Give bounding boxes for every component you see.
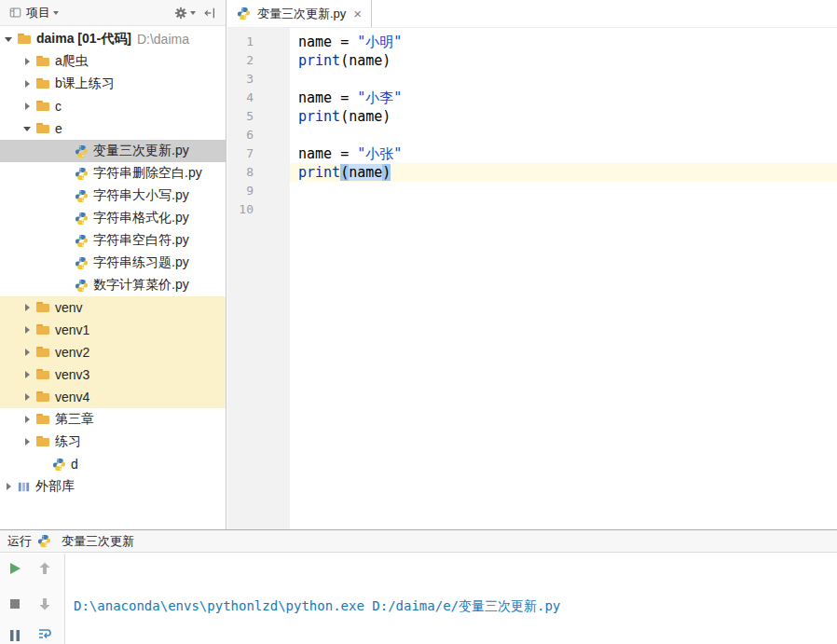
code-token: (: [340, 52, 349, 69]
chevron-down-icon[interactable]: [2, 32, 17, 47]
console-output[interactable]: D:\anaconda\envs\pythonlzd\python.exe D:…: [66, 554, 837, 644]
code-token: name: [298, 34, 332, 50]
tree-item[interactable]: d: [0, 453, 226, 475]
tree-item[interactable]: 练习: [0, 431, 226, 453]
python-file-icon: [75, 189, 89, 203]
code-line[interactable]: [290, 200, 837, 219]
matched-brace: ): [382, 164, 391, 181]
rerun-button[interactable]: [7, 561, 22, 576]
gear-dropdown-caret-icon: [190, 11, 196, 15]
code-line[interactable]: print(name): [290, 51, 837, 70]
chevron-right-icon[interactable]: [21, 434, 35, 449]
tree-item[interactable]: venv1: [0, 319, 226, 341]
chevron-right-icon[interactable]: [21, 54, 35, 69]
pause-button[interactable]: [7, 628, 22, 643]
tree-item-external-libraries[interactable]: 外部库: [0, 475, 226, 498]
project-view-icon: [9, 7, 21, 19]
code-token: name: [349, 52, 382, 69]
tree-item[interactable]: 字符串删除空白.py: [0, 162, 226, 185]
tree-item[interactable]: b课上练习: [0, 73, 226, 95]
tree-item[interactable]: e: [0, 117, 226, 140]
tree-item[interactable]: 第三章: [0, 408, 226, 431]
chevron-right-icon[interactable]: [21, 322, 35, 337]
tree-item-active-file[interactable]: 变量三次更新.py: [0, 140, 226, 162]
code-line[interactable]: name = "小李": [290, 89, 837, 107]
project-view-selector[interactable]: 项目: [7, 3, 61, 23]
tree-item-label: daima [01-代码]: [36, 31, 131, 48]
tree-item[interactable]: 数字计算菜价.py: [0, 274, 226, 296]
tree-item-path: D:\daima: [137, 32, 189, 47]
close-icon[interactable]: ×: [353, 7, 362, 21]
chevron-right-icon[interactable]: [21, 367, 35, 382]
settings-button[interactable]: [172, 5, 198, 21]
chevron-down-icon[interactable]: [21, 121, 35, 136]
stop-button[interactable]: [7, 596, 22, 611]
gear-icon: [174, 7, 187, 20]
tab-title: 变量三次更新.py: [257, 6, 346, 22]
code-line[interactable]: name = "小明": [290, 33, 837, 51]
project-panel-title: 项目: [26, 5, 50, 21]
chevron-right-icon[interactable]: [21, 99, 35, 114]
tree-item[interactable]: venv: [0, 296, 226, 319]
down-stacktrace-button[interactable]: [37, 596, 52, 611]
tree-item[interactable]: venv3: [0, 363, 226, 386]
hide-panel-button[interactable]: [201, 5, 218, 21]
run-toolbar: [0, 554, 65, 644]
tree-item[interactable]: 字符串格式化.py: [0, 207, 226, 229]
soft-wrap-button[interactable]: [37, 626, 52, 641]
code-token: ): [382, 52, 391, 69]
chevron-right-icon[interactable]: [21, 300, 35, 315]
folder-icon: [17, 32, 32, 47]
code-line[interactable]: name = "小张": [290, 144, 837, 163]
folder-icon: [35, 99, 50, 114]
code-line[interactable]: [290, 126, 837, 144]
tree-item[interactable]: venv2: [0, 341, 226, 363]
up-stacktrace-button[interactable]: [37, 561, 52, 576]
chevron-right-icon[interactable]: [2, 479, 17, 494]
chevron-right-icon[interactable]: [21, 390, 35, 404]
line-number: 4: [229, 89, 254, 107]
code-line[interactable]: [290, 182, 837, 200]
tree-item-label: 字符串空白符.py: [93, 232, 189, 249]
line-number: 3: [229, 70, 254, 89]
line-number: 10: [229, 200, 254, 219]
python-file-icon: [75, 144, 89, 158]
chevron-right-icon[interactable]: [21, 412, 35, 427]
project-tree: daima [01-代码] D:\daima a爬虫 b课上练习 c e: [0, 28, 226, 498]
folder-icon: [35, 412, 50, 427]
code-line[interactable]: print(name): [290, 107, 837, 126]
tree-item-label: 练习: [55, 433, 81, 450]
tree-item-label: c: [55, 99, 62, 114]
tree-item[interactable]: c: [0, 95, 226, 117]
chevron-right-icon[interactable]: [21, 345, 35, 360]
tree-item[interactable]: 字符串空白符.py: [0, 229, 226, 252]
code-line-caret[interactable]: print(name): [290, 163, 837, 182]
code-token-keyword: print: [298, 52, 340, 69]
code-area[interactable]: name = "小明" print(name) name = "小李" prin…: [290, 28, 837, 529]
editor-tab-active[interactable]: 变量三次更新.py ×: [227, 0, 372, 27]
code-token: ): [382, 108, 391, 125]
tree-item-root[interactable]: daima [01-代码] D:\daima: [0, 28, 226, 50]
folder-icon: [35, 390, 50, 404]
chevron-placeholder: [37, 457, 52, 472]
soft-wrap-icon: [37, 626, 52, 641]
tree-item[interactable]: a爬虫: [0, 50, 226, 73]
python-file-icon: [237, 7, 251, 21]
tree-item[interactable]: venv4: [0, 386, 226, 408]
run-tool-window: 运行 变量三次更新: [0, 529, 837, 644]
chevron-placeholder: [60, 144, 75, 158]
tree-item[interactable]: 字符串练习题.py: [0, 252, 226, 274]
run-panel-header[interactable]: 运行 变量三次更新: [0, 530, 837, 553]
editor-gutter: 1 2 3 4 5 6 7 8 9 10: [227, 28, 290, 529]
folder-icon: [35, 121, 50, 136]
code-line[interactable]: [290, 70, 837, 89]
python-file-icon: [75, 256, 89, 270]
code-token: =: [332, 89, 357, 106]
chevron-right-icon[interactable]: [21, 76, 35, 91]
tree-item[interactable]: 字符串大小写.py: [0, 185, 226, 207]
python-file-icon: [75, 212, 89, 226]
run-process-name: 变量三次更新: [62, 533, 134, 550]
code-editor[interactable]: 1 2 3 4 5 6 7 8 9 10 name = "小明" print(n…: [227, 28, 837, 529]
code-token-keyword: print: [298, 108, 340, 125]
tree-item-label: 外部库: [35, 478, 75, 495]
